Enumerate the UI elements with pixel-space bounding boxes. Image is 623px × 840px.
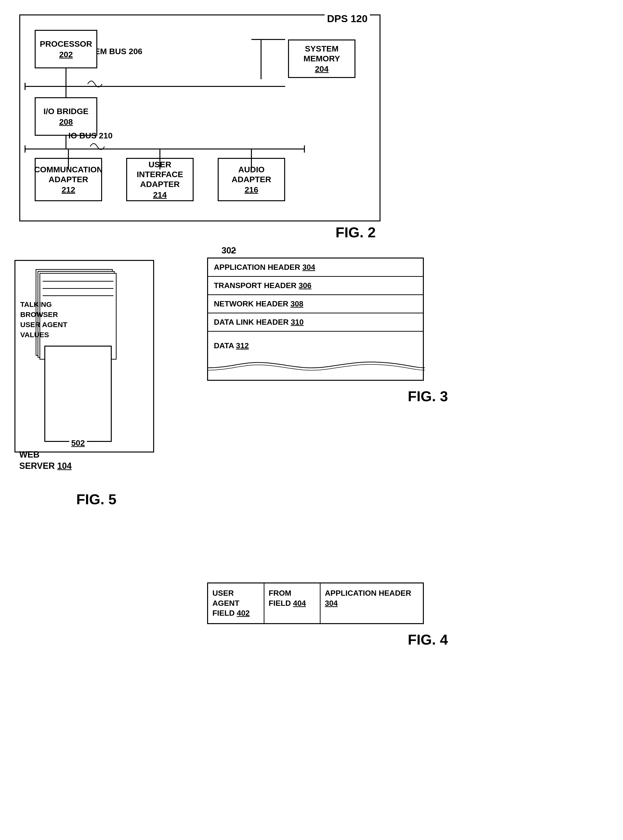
data-wave-svg	[208, 356, 425, 375]
packet-box: APPLICATION HEADER 304 TRANSPORT HEADER …	[207, 257, 424, 381]
packet-row-transport: TRANSPORT HEADER 306	[208, 277, 423, 295]
system-memory-number: 204	[315, 64, 329, 73]
fig4-cell-from: FROMFIELD 404	[264, 583, 321, 623]
comm-adapter-title: COMMUNCATIONADAPTER	[34, 165, 103, 184]
fig4-cell-user-agent: USERAGENTFIELD 402	[208, 583, 264, 623]
processor-number: 202	[59, 50, 73, 59]
packet-row-app-header: APPLICATION HEADER 304	[208, 259, 423, 277]
fig4-diagram: USERAGENTFIELD 402 FROMFIELD 404 APPLICA…	[207, 583, 448, 648]
comm-adapter-number: 212	[61, 185, 75, 194]
fig5-diagram: TALKINGBROWSERUSER AGENTVALUES 502 WEBSE…	[14, 260, 178, 500]
browser-line-1	[43, 281, 114, 282]
fig4-label: FIG. 4	[207, 631, 448, 648]
web-server-outer-box: TALKINGBROWSERUSER AGENTVALUES 502	[14, 260, 154, 453]
fig2-label: FIG. 2	[336, 224, 376, 241]
fig4-cell-app-header: APPLICATION HEADER 304	[321, 583, 423, 623]
comm-adapter-box: COMMUNCATIONADAPTER 212	[35, 158, 102, 201]
system-memory-box: SYSTEMMEMORY 204	[288, 40, 356, 78]
packet-data-row: DATA 312	[208, 332, 423, 380]
web-server-label: WEBSERVER 104	[19, 449, 72, 472]
audio-adapter-number: 216	[245, 185, 258, 194]
io-bridge-box: I/O BRIDGE 208	[35, 97, 97, 136]
fig3-diagram: 302 APPLICATION HEADER 304 TRANSPORT HEA…	[207, 245, 448, 405]
fig5-label: FIG. 5	[14, 491, 178, 508]
system-memory-title: SYSTEMMEMORY	[304, 44, 340, 64]
packet-row-network: NETWORK HEADER 308	[208, 295, 423, 314]
fig2-diagram: DPS 120 SYSTEM BUS 206 PROCESSOR 202 SYS…	[14, 10, 400, 226]
dps-label: DPS 120	[325, 13, 370, 24]
audio-adapter-box: AUDIOADAPTER 216	[218, 158, 285, 201]
processor-title: PROCESSOR	[40, 39, 92, 49]
browser-line-3	[43, 295, 114, 296]
browser-label: TALKINGBROWSERUSER AGENTVALUES	[20, 300, 68, 340]
io-bridge-number: 208	[59, 117, 73, 127]
browser-line-2	[43, 288, 114, 289]
ui-adapter-box: USER INTERFACEADAPTER 214	[126, 158, 193, 201]
processor-box: PROCESSOR 202	[35, 30, 97, 68]
fig3-ref-label: 302	[221, 245, 236, 256]
audio-adapter-title: AUDIOADAPTER	[232, 165, 271, 184]
fig4-table: USERAGENTFIELD 402 FROMFIELD 404 APPLICA…	[207, 583, 424, 624]
inner-document-box: 502	[44, 346, 112, 442]
ui-adapter-title: USER INTERFACEADAPTER	[127, 159, 193, 189]
ui-adapter-number: 214	[153, 190, 167, 199]
fig3-label: FIG. 3	[207, 388, 448, 405]
dps-box: DPS 120 SYSTEM BUS 206 PROCESSOR 202 SYS…	[19, 14, 381, 222]
io-bus-label: IO BUS 210	[68, 131, 112, 140]
io-bridge-title: I/O BRIDGE	[43, 106, 88, 116]
packet-row-datalink: DATA LINK HEADER 310	[208, 314, 423, 332]
inner-box-number: 502	[69, 438, 87, 448]
